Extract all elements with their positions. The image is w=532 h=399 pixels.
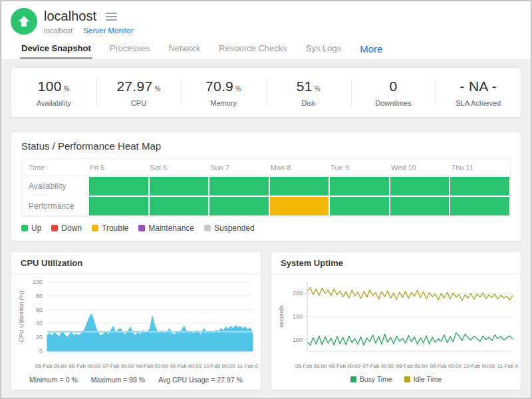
- cpu-utilization-chart: 020406080100CPU Utilization (%): [17, 277, 258, 360]
- heatmap-cell-performance-thu-11: [450, 196, 510, 216]
- cpu-minimum: Minimum = 0 %: [29, 376, 78, 384]
- heatmap-day-header-sat-6: Sat 6: [149, 159, 209, 176]
- content: 100%Availability27.97%CPU70.9%Memory51%D…: [1, 59, 531, 399]
- heatmap-cell-performance-sun-7: [209, 196, 269, 216]
- page-title: localhost: [44, 9, 96, 24]
- uptime-x-axis-labels: 05-Feb 00:0006-Feb 00:0007-Feb 00:0008-F…: [295, 363, 518, 369]
- legend-label-suspended: Suspended: [214, 223, 255, 233]
- uptime-legend: Busy TimeIdle Time: [271, 375, 521, 383]
- trouble-swatch-icon: [92, 225, 98, 231]
- stat-disk: 51%Disk: [266, 68, 351, 117]
- tab-resource-checks[interactable]: Resource Checks: [217, 41, 289, 59]
- heatmap-cell-availability-tue-9: [329, 176, 390, 196]
- x-tick-label: 09-Feb 00:00: [170, 363, 201, 369]
- up-swatch-icon: [21, 225, 28, 231]
- uptime-chart-title: System Uptime: [271, 252, 521, 274]
- heatmap-header-row: TimeFri 5Sat 6Sun 7Mon 8Tue 9Wed 10Thu 1…: [22, 159, 510, 176]
- stats-bar: 100%Availability27.97%CPU70.9%Memory51%D…: [11, 67, 521, 118]
- tab-more[interactable]: More: [358, 41, 384, 59]
- idle-time-legend-item: Idle Time: [404, 375, 442, 383]
- tab-device-snapshot[interactable]: Device Snapshot: [20, 41, 92, 59]
- stat-value-cpu: 27.97%: [116, 78, 160, 94]
- x-tick-label: 06-Feb 00:00: [69, 363, 101, 369]
- stat-value-downtimes: 0: [390, 78, 398, 94]
- heatmap-row-label: Availability: [22, 176, 88, 196]
- x-tick-label: 07-Feb 00:00: [102, 363, 134, 369]
- stat-label-sla-achieved: SLA Achieved: [456, 99, 501, 107]
- legend-item-suspended: Suspended: [204, 223, 255, 233]
- device-status-badge: [11, 8, 37, 35]
- heatmap-legend: UpDownTroubleMaintenanceSuspended: [21, 223, 511, 233]
- breadcrumb-category-link[interactable]: Server Monitor: [83, 27, 133, 35]
- heatmap-row-label: Performance: [22, 196, 88, 216]
- x-tick-label: 09-Feb 00:00: [430, 363, 462, 369]
- heatmap-day-header-tue-9: Tue 9: [329, 159, 390, 176]
- stat-value-sla-achieved: - NA -: [460, 78, 496, 94]
- x-tick-label: 10-Feb 00:00: [203, 363, 235, 369]
- stat-label-memory: Memory: [210, 99, 237, 107]
- tab-sys-logs[interactable]: Sys Logs: [305, 41, 342, 59]
- legend-label-trouble: Trouble: [102, 223, 128, 233]
- svg-text:0: 0: [39, 348, 43, 354]
- heatmap-table: TimeFri 5Sat 6Sun 7Mon 8Tue 9Wed 10Thu 1…: [21, 158, 511, 217]
- stat-downtimes: 0Downtimes: [351, 68, 436, 117]
- stat-label-availability: Availability: [37, 99, 71, 107]
- cpu-maximum: Maximum = 99 %: [91, 376, 145, 384]
- x-tick-label: 11-Feb 0: [237, 363, 258, 369]
- legend-item-up: Up: [21, 223, 41, 233]
- heatmap-day-header-thu-11: Thu 11: [450, 159, 510, 176]
- heatmap-cell-performance-wed-10: [390, 196, 450, 216]
- legend-item-down: Down: [51, 223, 82, 233]
- heatmap-row-availability: Availability: [22, 176, 510, 196]
- x-tick-label: 08-Feb 00:00: [136, 363, 168, 369]
- svg-text:200: 200: [293, 290, 303, 297]
- legend-item-trouble: Trouble: [92, 223, 128, 233]
- up-arrow-icon: [17, 15, 31, 28]
- legend-label-maintenance: Maintenance: [148, 223, 194, 233]
- heatmap-cell-availability-mon-8: [269, 176, 330, 196]
- tab-processes[interactable]: Processes: [108, 41, 152, 59]
- legend-item-maintenance: Maintenance: [138, 223, 194, 233]
- x-tick-label: 10-Feb 00:00: [464, 363, 495, 369]
- tab-network[interactable]: Network: [167, 41, 201, 59]
- heatmap-cell-performance-sat-6: [149, 196, 209, 216]
- heatmap-cell-availability-wed-10: [390, 176, 450, 196]
- header: localhost localhost Server Monitor Devic…: [1, 1, 531, 59]
- svg-text:100: 100: [33, 279, 43, 285]
- x-tick-label: 05-Feb 00:00: [295, 363, 327, 369]
- idle-time-swatch-icon: [404, 376, 410, 382]
- x-tick-label: 08-Feb 00:00: [396, 363, 428, 369]
- busy-time-swatch-icon: [350, 376, 356, 382]
- busy-time-legend-label: Busy Time: [360, 375, 392, 383]
- stat-cpu: 27.97%CPU: [96, 68, 182, 117]
- heatmap-day-header-sun-7: Sun 7: [209, 159, 269, 176]
- idle-time-legend-label: Idle Time: [414, 375, 442, 383]
- stat-memory: 70.9%Memory: [181, 68, 266, 117]
- heatmap-day-header-wed-10: Wed 10: [390, 159, 450, 176]
- app-window: localhost localhost Server Monitor Devic…: [0, 0, 532, 399]
- heatmap-cell-availability-sat-6: [149, 176, 209, 196]
- heatmap-day-header-fri-5: Fri 5: [88, 159, 149, 176]
- stat-label-cpu: CPU: [131, 99, 146, 107]
- suspended-swatch-icon: [204, 225, 211, 231]
- x-tick-label: 11-Feb 0: [497, 363, 518, 369]
- heatmap-cell-availability-sun-7: [209, 176, 269, 196]
- breadcrumb: localhost Server Monitor: [44, 27, 134, 35]
- stat-value-disk: 51%: [297, 78, 321, 94]
- heatmap-title: Status / Performance Heat Map: [21, 140, 511, 152]
- stat-availability: 100%Availability: [11, 68, 96, 117]
- heatmap-cell-availability-thu-11: [450, 176, 510, 196]
- busy-time-legend-item: Busy Time: [350, 375, 392, 383]
- stat-value-memory: 70.9%: [205, 78, 241, 94]
- svg-text:CPU Utilization (%): CPU Utilization (%): [18, 291, 25, 342]
- breadcrumb-device: localhost: [44, 27, 72, 35]
- heatmap-cell-availability-fri-5: [88, 176, 149, 196]
- x-tick-label: 07-Feb 00:00: [362, 363, 394, 369]
- x-tick-label: 05-Feb 00:00: [35, 363, 67, 369]
- menu-icon[interactable]: [104, 11, 118, 22]
- svg-text:100: 100: [293, 336, 303, 343]
- stat-sla-achieved: - NA -SLA Achieved: [436, 68, 521, 117]
- heatmap-cell-performance-mon-8: [269, 196, 330, 216]
- heatmap-day-header-mon-8: Mon 8: [269, 159, 330, 176]
- x-tick-label: 06-Feb 00:00: [329, 363, 361, 369]
